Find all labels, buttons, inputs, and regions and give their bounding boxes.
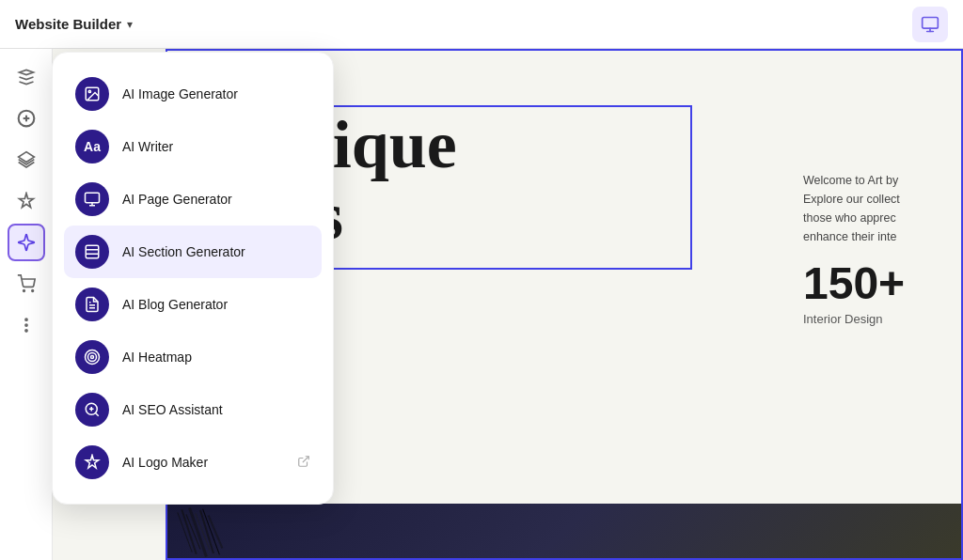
- right-description: Welcome to Art by Explore our collect th…: [803, 171, 954, 246]
- ai-dropdown-menu: AI Image GeneratorAaAI WriterAI Page Gen…: [52, 52, 334, 505]
- app-title: Website Builder: [15, 16, 121, 32]
- stat-number: 150+: [803, 261, 954, 306]
- desktop-view-button[interactable]: [912, 7, 948, 42]
- ai-seo-icon: [75, 393, 109, 427]
- svg-point-10: [25, 324, 27, 326]
- external-link-icon: [297, 455, 310, 471]
- ai-blog-label: AI Blog Generator: [122, 297, 310, 312]
- sidebar-item-magic[interactable]: [8, 182, 45, 220]
- sidebar: [0, 49, 53, 560]
- sidebar-item-layers[interactable]: [8, 58, 45, 96]
- ai-writer-label: AI Writer: [122, 139, 310, 154]
- svg-point-24: [91, 356, 94, 359]
- ai-seo-label: AI SEO Assistant: [122, 402, 310, 417]
- svg-line-26: [303, 456, 308, 461]
- ai-section-label: AI Section Generator: [122, 244, 310, 259]
- svg-rect-14: [86, 193, 100, 203]
- sidebar-item-cart[interactable]: [8, 265, 45, 303]
- svg-point-8: [31, 290, 33, 292]
- dropdown-item-ai-section[interactable]: AI Section Generator: [64, 226, 322, 278]
- dropdown-item-ai-writer[interactable]: AaAI Writer: [64, 120, 322, 173]
- ai-heatmap-label: AI Heatmap: [122, 350, 310, 365]
- dropdown-item-ai-blog[interactable]: AI Blog Generator: [64, 278, 322, 331]
- dropdown-item-ai-image[interactable]: AI Image Generator: [64, 68, 322, 120]
- sidebar-item-stack[interactable]: [8, 141, 45, 179]
- svg-rect-17: [86, 245, 99, 258]
- ai-logo-label: AI Logo Maker: [122, 455, 284, 470]
- svg-point-11: [25, 330, 27, 332]
- top-bar: Website Builder ▾: [0, 0, 963, 49]
- sidebar-item-more[interactable]: [8, 306, 45, 344]
- ai-image-icon: [75, 77, 109, 111]
- top-bar-left: Website Builder ▾: [15, 16, 133, 32]
- svg-point-23: [88, 353, 97, 362]
- dropdown-item-ai-seo[interactable]: AI SEO Assistant: [64, 383, 322, 436]
- ai-logo-icon: [75, 445, 109, 479]
- sidebar-item-add[interactable]: [8, 100, 45, 137]
- right-side-content: Welcome to Art by Explore our collect th…: [794, 162, 963, 335]
- ai-page-icon: [75, 182, 109, 216]
- ai-blog-icon: [75, 288, 109, 321]
- dropdown-item-ai-heatmap[interactable]: AI Heatmap: [64, 331, 322, 383]
- dropdown-item-ai-logo[interactable]: AI Logo Maker: [64, 436, 322, 489]
- svg-point-9: [25, 319, 27, 320]
- ai-heatmap-icon: [75, 340, 109, 374]
- svg-rect-0: [923, 17, 939, 28]
- dropdown-item-ai-page[interactable]: AI Page Generator: [64, 173, 322, 226]
- svg-point-7: [23, 290, 24, 292]
- ai-writer-icon: Aa: [75, 130, 109, 163]
- svg-point-13: [88, 90, 90, 92]
- sidebar-item-ai[interactable]: [8, 224, 45, 261]
- bottom-image-strip: [166, 504, 963, 560]
- chevron-down-icon[interactable]: ▾: [127, 18, 133, 31]
- ai-section-icon: [75, 235, 109, 269]
- stat-label: Interior Design: [803, 312, 954, 326]
- ai-page-label: AI Page Generator: [122, 192, 310, 207]
- ai-image-label: AI Image Generator: [122, 86, 310, 101]
